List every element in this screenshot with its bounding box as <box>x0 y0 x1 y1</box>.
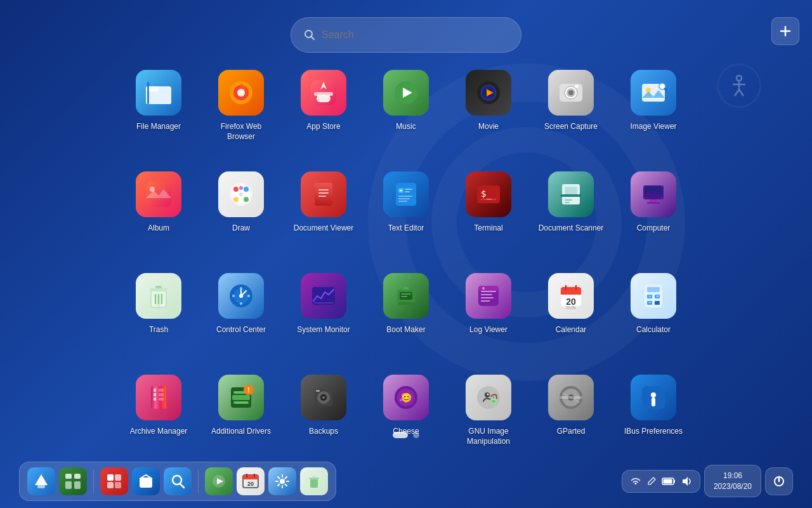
app-item-document-viewer[interactable]: Document Viewer <box>282 162 365 264</box>
app-item-computer[interactable]: Computer <box>612 162 695 264</box>
app-label-calculator: Calculator <box>636 325 671 335</box>
svg-rect-153 <box>652 398 655 406</box>
svg-rect-73 <box>155 286 162 288</box>
svg-rect-180 <box>674 479 675 483</box>
volume-icon <box>681 476 692 487</box>
app-item-trash[interactable]: Trash <box>117 264 200 365</box>
app-item-log-viewer[interactable]: Log Viewer <box>447 264 530 365</box>
app-label-gnu-image: GNU Image Manipulation <box>454 427 523 446</box>
page-dot-1[interactable] <box>393 432 408 438</box>
search-input[interactable] <box>322 29 508 41</box>
svg-rect-119 <box>154 389 156 392</box>
svg-rect-69 <box>650 199 657 202</box>
app-label-ibus: IBus Preferences <box>624 427 683 437</box>
svg-rect-158 <box>65 481 72 489</box>
svg-rect-68 <box>645 187 662 198</box>
search-bar[interactable] <box>291 17 521 53</box>
app-item-firefox[interactable]: Firefox Web Browser <box>200 60 282 162</box>
svg-rect-159 <box>74 481 81 489</box>
svg-point-43 <box>233 197 239 202</box>
app-label-text-editor: Text Editor <box>388 224 424 234</box>
svg-point-79 <box>239 294 243 298</box>
app-item-movie[interactable]: Movie <box>447 60 530 162</box>
app-label-music: Music <box>396 122 416 132</box>
svg-point-83 <box>247 295 250 297</box>
app-label-file-manager: File Manager <box>136 122 181 132</box>
app-label-image-viewer: Image Viewer <box>630 122 676 132</box>
svg-rect-120 <box>154 393 156 396</box>
svg-text:20: 20 <box>247 481 254 487</box>
page-dot-2[interactable] <box>413 432 419 438</box>
svg-point-44 <box>239 186 243 190</box>
app-label-terminal: Terminal <box>474 224 502 234</box>
app-item-additional-drivers[interactable]: ! Additional Drivers <box>200 365 282 467</box>
svg-line-166 <box>180 484 184 488</box>
svg-rect-177 <box>312 476 316 478</box>
app-label-screen-capture: Screen Capture <box>544 122 598 132</box>
svg-rect-88 <box>398 302 414 305</box>
wifi-icon <box>630 476 641 487</box>
app-item-control-center[interactable]: Control Center <box>200 264 282 365</box>
svg-point-80 <box>240 287 242 290</box>
taskbar-icon-multitask[interactable] <box>59 467 87 495</box>
app-item-text-editor[interactable]: Text Editor <box>365 162 447 264</box>
taskbar-icon-store[interactable] <box>132 467 160 495</box>
app-item-file-manager[interactable]: File Manager <box>117 60 200 162</box>
taskbar-icon-music-player[interactable] <box>205 467 233 495</box>
plus-button[interactable] <box>771 17 799 45</box>
svg-rect-96 <box>481 300 490 302</box>
svg-rect-49 <box>318 196 326 197</box>
app-item-boot-maker[interactable]: Boot Maker <box>365 264 447 365</box>
power-button[interactable] <box>765 467 793 495</box>
svg-rect-122 <box>159 389 164 392</box>
app-label-calendar: Calendar <box>556 325 587 335</box>
app-item-calculator[interactable]: + ÷ × − Calculator <box>612 264 695 365</box>
taskbar-icon-settings-dock[interactable] <box>268 467 296 495</box>
app-item-draw[interactable]: Draw <box>200 162 282 264</box>
app-item-gnu-image[interactable]: GNU Image Manipulation <box>447 365 530 467</box>
app-item-terminal[interactable]: $_ Terminal <box>447 162 530 264</box>
app-label-movie: Movie <box>478 122 499 132</box>
svg-rect-123 <box>159 393 164 396</box>
app-item-music[interactable]: Music <box>365 60 447 162</box>
app-item-gparted[interactable]: GParted <box>530 365 612 467</box>
app-item-backups[interactable]: Backups <box>282 365 365 467</box>
svg-rect-72 <box>150 288 167 291</box>
app-item-cheese[interactable]: 😊 Cheese <box>365 365 447 467</box>
app-item-calendar[interactable]: 20 AUG SUN Calendar <box>530 264 612 365</box>
app-item-screen-capture[interactable]: Screen Capture <box>530 60 612 162</box>
app-item-album[interactable]: Album <box>117 162 200 264</box>
svg-rect-46 <box>315 183 332 206</box>
app-item-archive-manager[interactable]: Archive Manager <box>117 365 200 467</box>
svg-rect-47 <box>318 189 329 190</box>
svg-rect-63 <box>561 194 581 197</box>
battery-icon <box>662 476 676 486</box>
svg-rect-160 <box>107 474 114 481</box>
taskbar-icon-calendar-dock[interactable]: 20 <box>237 467 265 495</box>
taskbar-icon-finder[interactable] <box>164 467 192 495</box>
app-label-document-scanner: Document Scanner <box>539 224 604 234</box>
svg-rect-93 <box>481 291 496 292</box>
app-item-system-monitor[interactable]: System Monitor <box>282 264 365 365</box>
app-item-document-scanner[interactable]: Document Scanner <box>530 162 612 264</box>
taskbar: 20 <box>0 454 812 508</box>
app-item-ibus[interactable]: IBus Preferences <box>612 365 695 467</box>
svg-rect-95 <box>481 297 494 298</box>
svg-rect-156 <box>65 474 72 479</box>
svg-rect-57 <box>398 201 407 202</box>
taskbar-icon-app-manager[interactable] <box>100 467 128 495</box>
date-display: 2023/08/20 <box>714 481 752 492</box>
svg-line-4 <box>739 90 743 96</box>
svg-text:+: + <box>659 300 662 306</box>
app-item-image-viewer[interactable]: Image Viewer <box>612 60 695 162</box>
svg-rect-54 <box>405 191 410 192</box>
app-label-backups: Backups <box>309 427 338 437</box>
svg-point-39 <box>239 192 243 196</box>
svg-text:AUG: AUG <box>565 293 577 300</box>
taskbar-icon-trash-dock[interactable] <box>300 467 328 495</box>
taskbar-icon-launcher[interactable] <box>27 467 55 495</box>
svg-rect-128 <box>233 401 249 404</box>
accessibility-icon <box>717 64 761 108</box>
svg-rect-163 <box>115 482 121 488</box>
app-item-app-store[interactable]: App Store <box>282 60 365 162</box>
